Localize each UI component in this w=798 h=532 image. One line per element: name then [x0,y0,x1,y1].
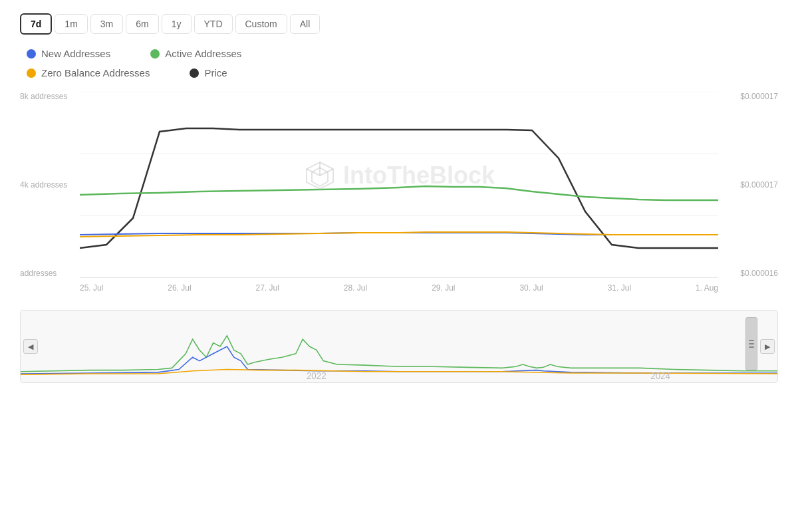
time-btn-3m[interactable]: 3m [90,14,123,34]
legend-new-addresses[interactable]: New Addresses [27,48,110,59]
scroll-line-2 [749,343,754,344]
time-btn-1y[interactable]: 1y [162,14,192,34]
y-label-price-mid: $0.000017 [718,180,778,190]
mini-nav-right-button[interactable]: ▶ [760,339,775,354]
y-axis-right: $0.000017 $0.000017 $0.000016 [718,92,778,278]
legend-dot [27,49,36,59]
main-chart: 8k addresses 4k addresses addresses $0.0… [20,92,778,305]
svg-text:2024: 2024 [650,370,670,380]
x-label-1aug: 1. Aug [696,283,718,293]
scroll-line-1 [749,340,754,341]
time-btn-6m[interactable]: 6m [126,14,158,34]
x-label-28jul: 28. Jul [344,283,367,293]
legend-price[interactable]: Price [190,67,227,78]
chart-svg-area: IntoTheBlock [80,92,718,278]
y-label-8k: 8k addresses [20,92,80,101]
chart-legend: New AddressesActive AddressesZero Balanc… [20,48,778,78]
mini-chart-svg: 2022 2024 [21,311,777,382]
legend-active-addresses[interactable]: Active Addresses [150,48,241,59]
time-btn-all[interactable]: All [290,14,321,34]
time-btn-7d[interactable]: 7d [20,13,52,35]
time-range-selector: 7d 1m 3m 6m 1y YTD Custom All [20,13,778,35]
legend-dot [150,49,160,59]
x-label-30jul: 30. Jul [519,283,543,293]
time-btn-custom[interactable]: Custom [235,14,287,34]
x-label-29jul: 29. Jul [432,283,455,293]
svg-text:2022: 2022 [307,370,327,380]
mini-chart-inner: ◀ ▶ 2022 [21,311,777,382]
mini-scroll-handle[interactable] [745,317,757,370]
x-label-27jul: 27. Jul [256,283,279,293]
x-label-31jul: 31. Jul [608,283,631,293]
y-axis-left: 8k addresses 4k addresses addresses [20,92,80,278]
legend-dot [190,68,199,78]
x-label-25jul: 25. Jul [80,283,103,293]
scroll-line-3 [749,346,754,348]
y-label-4k: 4k addresses [20,180,80,190]
time-btn-1m[interactable]: 1m [55,14,87,34]
y-label-price-bottom: $0.000016 [718,269,778,278]
time-btn-ytd[interactable]: YTD [194,14,233,34]
legend-zero-balance-addresses[interactable]: Zero Balance Addresses [27,67,150,78]
x-axis: 25. Jul 26. Jul 27. Jul 28. Jul 29. Jul … [80,278,718,305]
x-label-26jul: 26. Jul [168,283,191,293]
y-label-0: addresses [20,269,80,278]
mini-nav-left-button[interactable]: ◀ [23,339,38,354]
y-label-price-top: $0.000017 [718,92,778,101]
legend-dot [27,68,36,78]
chart-wrapper: 8k addresses 4k addresses addresses $0.0… [20,92,778,525]
chart-svg [80,92,718,278]
mini-chart[interactable]: ◀ ▶ 2022 [20,310,778,383]
